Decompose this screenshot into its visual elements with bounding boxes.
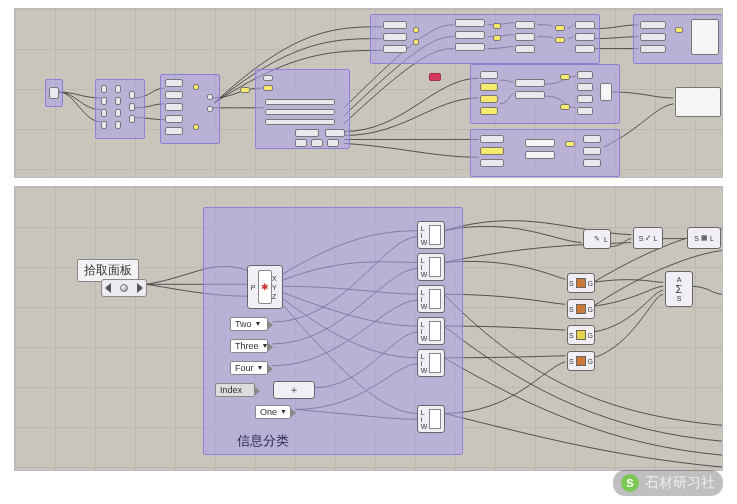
gh-node[interactable] — [577, 107, 593, 115]
gh-node[interactable] — [480, 83, 498, 91]
gh-node[interactable] — [515, 21, 535, 29]
gh-node[interactable] — [207, 106, 213, 112]
gh-node[interactable] — [101, 109, 107, 117]
sum-node[interactable]: A Σ S — [665, 271, 693, 307]
gh-node[interactable] — [515, 79, 545, 87]
gh-node[interactable] — [455, 31, 485, 39]
gh-node[interactable] — [525, 151, 555, 159]
gh-node[interactable] — [515, 33, 535, 41]
gh-node[interactable] — [691, 19, 719, 55]
list-item-node[interactable]: LiW — [417, 349, 445, 377]
gh-node[interactable] — [583, 159, 601, 167]
gh-node[interactable] — [165, 91, 183, 99]
gh-node[interactable] — [263, 85, 273, 91]
one-slider[interactable]: One ▼ — [255, 405, 291, 419]
gh-node[interactable] — [565, 141, 575, 147]
gh-node[interactable] — [583, 147, 601, 155]
gh-node[interactable] — [429, 73, 441, 81]
gh-node[interactable] — [577, 83, 593, 91]
gh-node[interactable] — [675, 87, 721, 117]
gh-node[interactable] — [577, 95, 593, 103]
gh-node[interactable] — [555, 25, 565, 31]
gh-node[interactable] — [480, 147, 504, 155]
gh-node[interactable] — [383, 33, 407, 41]
gh-node[interactable] — [555, 37, 565, 43]
gh-node[interactable] — [480, 95, 498, 103]
gh-node[interactable] — [560, 104, 570, 110]
gh-node[interactable] — [265, 119, 335, 125]
value-slider[interactable]: Three▼ — [230, 339, 268, 353]
gh-node[interactable] — [640, 21, 666, 29]
value-slider[interactable]: Two▼ — [230, 317, 268, 331]
gh-node[interactable] — [455, 19, 485, 27]
merge-node[interactable]: S ▦ L — [687, 227, 721, 249]
scale-node[interactable]: S ⤢ L — [633, 227, 663, 249]
value-slider[interactable]: Four▼ — [230, 361, 268, 375]
gh-node[interactable] — [165, 103, 183, 111]
gh-node[interactable] — [115, 109, 121, 117]
display-node[interactable]: SG — [567, 351, 595, 371]
gh-node[interactable] — [560, 74, 570, 80]
display-node[interactable]: SG — [567, 273, 595, 293]
gh-node[interactable] — [325, 129, 345, 137]
bottom-canvas[interactable]: 拾取面板 信息分类 P ✱ X Y Z Two▼Three▼Four▼ Inde… — [14, 186, 723, 471]
gh-node[interactable] — [265, 99, 335, 105]
gh-node[interactable] — [49, 87, 59, 99]
gh-node[interactable] — [383, 21, 407, 29]
gh-node[interactable] — [265, 109, 335, 115]
gh-node[interactable] — [295, 129, 319, 137]
list-item-node[interactable]: LiW — [417, 253, 445, 281]
gh-node[interactable] — [207, 94, 213, 100]
gh-node[interactable] — [515, 45, 535, 53]
gh-node[interactable] — [129, 91, 135, 99]
gh-node[interactable] — [129, 115, 135, 123]
gh-node[interactable] — [675, 27, 683, 33]
gh-node[interactable] — [600, 83, 612, 101]
gh-node[interactable] — [480, 135, 504, 143]
gh-node[interactable] — [101, 85, 107, 93]
display-node[interactable]: SG — [567, 325, 595, 345]
gh-node[interactable] — [263, 75, 273, 81]
gh-node[interactable] — [327, 139, 339, 147]
gh-node[interactable] — [575, 21, 595, 29]
gh-node[interactable] — [515, 91, 545, 99]
gh-node[interactable] — [193, 124, 199, 130]
gh-node[interactable] — [129, 103, 135, 111]
top-canvas[interactable] — [14, 8, 723, 178]
list-item-node[interactable]: LiW — [417, 221, 445, 249]
gh-node[interactable] — [115, 121, 121, 129]
gh-node[interactable] — [493, 35, 501, 41]
gh-node[interactable] — [480, 107, 498, 115]
gh-node[interactable] — [493, 23, 501, 29]
gh-node[interactable] — [101, 121, 107, 129]
pick-panel-picker[interactable] — [101, 279, 147, 297]
pencil-node[interactable]: ✎ L — [583, 229, 611, 249]
gh-node[interactable] — [165, 127, 183, 135]
gh-node[interactable] — [577, 71, 593, 79]
gh-node[interactable] — [413, 27, 419, 33]
gh-node[interactable] — [193, 84, 199, 90]
gh-node[interactable] — [480, 159, 504, 167]
gh-node[interactable] — [640, 33, 666, 41]
gh-node[interactable] — [295, 139, 307, 147]
gh-node[interactable] — [455, 43, 485, 51]
gh-node[interactable] — [115, 85, 121, 93]
list-item-node[interactable]: LiW — [417, 405, 445, 433]
gh-node[interactable] — [165, 115, 183, 123]
gh-node[interactable] — [480, 71, 498, 79]
gh-node[interactable] — [240, 87, 250, 93]
gh-node[interactable] — [311, 139, 323, 147]
list-item-node[interactable]: LiW — [417, 317, 445, 345]
gh-node[interactable] — [640, 45, 666, 53]
list-item-node[interactable]: LiW — [417, 285, 445, 313]
gh-node[interactable] — [383, 45, 407, 53]
gh-node[interactable] — [575, 33, 595, 41]
display-node[interactable]: SG — [567, 299, 595, 319]
deconstruct-node[interactable]: P ✱ X Y Z — [247, 265, 283, 309]
gh-node[interactable] — [583, 135, 601, 143]
gh-node[interactable] — [575, 45, 595, 53]
gh-node[interactable] — [165, 79, 183, 87]
gh-node[interactable] — [101, 97, 107, 105]
gh-node[interactable] — [413, 39, 419, 45]
index-add-node[interactable]: ＋ — [273, 381, 315, 399]
